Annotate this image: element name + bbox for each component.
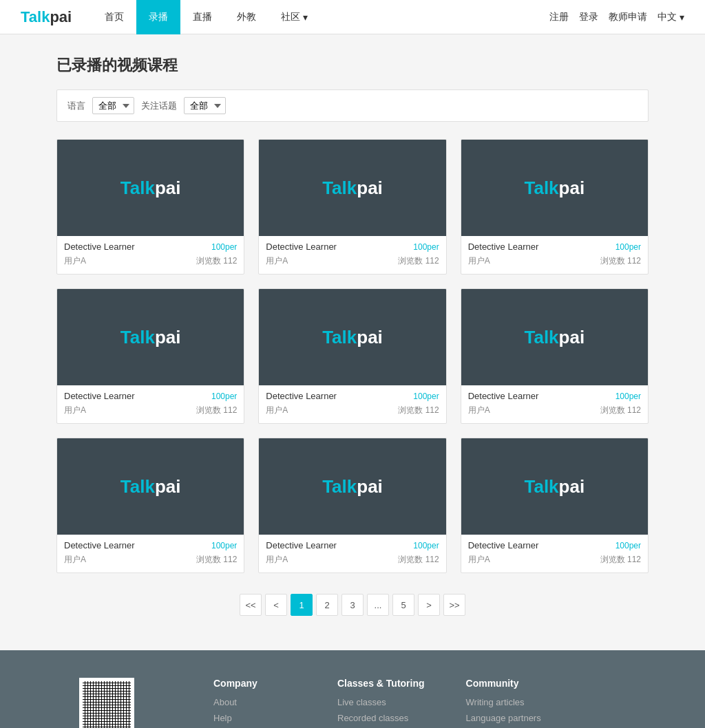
footer-writing-articles[interactable]: Writing articles [466, 697, 549, 707]
course-views: 浏览数 112 [398, 554, 439, 566]
course-meta: 用户A 浏览数 112 [468, 255, 641, 267]
pagination-next[interactable]: > [418, 594, 440, 616]
course-price: 100per [615, 242, 641, 252]
pagination-page-2[interactable]: 2 [316, 594, 338, 616]
course-meta: 用户A 浏览数 112 [64, 554, 237, 566]
course-thumbnail: Talkpai [57, 140, 244, 236]
lang-filter-select[interactable]: 全部 [92, 97, 134, 114]
register-link[interactable]: 注册 [549, 11, 569, 23]
course-title-row: Detective Learner 100per [468, 242, 641, 252]
course-grid: Talkpai Detective Learner 100per 用户A 浏览数… [56, 139, 649, 573]
course-price: 100per [615, 392, 641, 401]
course-card[interactable]: Talkpai Detective Learner 100per 用户A 浏览数… [461, 288, 649, 424]
course-card[interactable]: Talkpai Detective Learner 100per 用户A 浏览数… [258, 288, 446, 424]
footer-company-title: Company [213, 678, 296, 689]
nav-right: 注册 登录 教师申请 中文 ▾ [549, 11, 684, 23]
nav-foreign[interactable]: 外教 [224, 0, 269, 34]
logo[interactable]: Talkpai [21, 8, 72, 26]
course-meta: 用户A 浏览数 112 [64, 405, 237, 416]
course-title-row: Detective Learner 100per [266, 540, 439, 550]
course-card[interactable]: Talkpai Detective Learner 100per 用户A 浏览数… [258, 139, 446, 275]
nav-community[interactable]: 社区 ▾ [269, 0, 320, 34]
thumbnail-logo: Talkpai [322, 476, 383, 497]
course-name: Detective Learner [64, 540, 135, 550]
course-user: 用户A [64, 554, 86, 566]
logo-talk: Talk [21, 8, 50, 25]
nav-recorded[interactable]: 录播 [136, 0, 180, 34]
course-card[interactable]: Talkpai Detective Learner 100per 用户A 浏览数… [461, 438, 649, 573]
course-name: Detective Learner [468, 242, 539, 252]
footer-community-title: Community [466, 678, 549, 689]
footer-classes-col: Classes & Tutoring Live classes Recorded… [337, 678, 425, 728]
course-user: 用户A [64, 405, 86, 416]
course-thumbnail: Talkpai [259, 140, 445, 236]
course-user: 用户A [468, 405, 490, 416]
pagination-first[interactable]: << [240, 594, 262, 616]
course-meta: 用户A 浏览数 112 [468, 554, 641, 566]
chevron-down-icon: ▾ [680, 12, 684, 23]
footer-community-col: Community Writing articles Language part… [466, 678, 549, 728]
course-user: 用户A [266, 405, 288, 416]
course-thumbnail: Talkpai [461, 438, 648, 535]
login-link[interactable]: 登录 [579, 11, 598, 23]
logo-pai: pai [50, 8, 72, 25]
pagination-prev[interactable]: < [265, 594, 287, 616]
topic-filter-select[interactable]: 全部 [184, 97, 226, 114]
thumbnail-logo: Talkpai [120, 178, 181, 199]
thumbnail-logo: Talkpai [322, 178, 383, 199]
navbar: Talkpai 首页 录播 直播 外教 社区 ▾ 注册 登录 教师申请 中文 ▾ [0, 0, 705, 34]
thumbnail-logo: Talkpai [524, 178, 585, 199]
course-views: 浏览数 112 [196, 255, 237, 267]
pagination-last[interactable]: >> [443, 594, 465, 616]
course-name: Detective Learner [64, 242, 135, 252]
footer-recorded-classes[interactable]: Recorded classes [337, 713, 425, 723]
course-views: 浏览数 112 [600, 554, 641, 566]
course-meta: 用户A 浏览数 112 [64, 255, 237, 267]
teacher-apply-link[interactable]: 教师申请 [609, 11, 647, 23]
course-price: 100per [211, 392, 237, 401]
course-price: 100per [211, 541, 237, 550]
course-info: Detective Learner 100per 用户A 浏览数 112 [57, 236, 244, 274]
course-card[interactable]: Talkpai Detective Learner 100per 用户A 浏览数… [56, 139, 244, 275]
thumbnail-logo: Talkpai [524, 476, 585, 497]
course-meta: 用户A 浏览数 112 [266, 554, 439, 566]
course-views: 浏览数 112 [600, 405, 641, 416]
course-views: 浏览数 112 [600, 255, 641, 267]
footer-language-partners[interactable]: Language partners [466, 713, 549, 723]
main-content: 已录播的视频课程 语言 全部 关注话题 全部 Talkpai Detective… [43, 34, 662, 650]
course-info: Detective Learner 100per 用户A 浏览数 112 [57, 535, 244, 572]
pagination-page-5[interactable]: 5 [392, 594, 414, 616]
pagination-page-3[interactable]: 3 [341, 594, 364, 616]
nav-live[interactable]: 直播 [180, 0, 224, 34]
footer-live-classes[interactable]: Live classes [337, 697, 425, 707]
course-info: Detective Learner 100per 用户A 浏览数 112 [259, 535, 445, 572]
pagination-page-1[interactable]: 1 [291, 594, 313, 616]
course-info: Detective Learner 100per 用户A 浏览数 112 [259, 385, 445, 423]
course-card[interactable]: Talkpai Detective Learner 100per 用户A 浏览数… [258, 438, 446, 573]
course-thumbnail: Talkpai [461, 289, 648, 385]
thumbnail-logo: Talkpai [524, 327, 585, 348]
footer-about[interactable]: About [213, 697, 296, 707]
course-meta: 用户A 浏览数 112 [266, 405, 439, 416]
course-thumbnail: Talkpai [259, 438, 445, 535]
footer-company-col: Company About Help China Job Privacy Ter… [213, 678, 296, 728]
course-meta: 用户A 浏览数 112 [266, 255, 439, 267]
course-info: Detective Learner 100per 用户A 浏览数 112 [461, 236, 648, 274]
course-card[interactable]: Talkpai Detective Learner 100per 用户A 浏览数… [461, 139, 649, 275]
course-thumbnail: Talkpai [259, 289, 445, 385]
course-title-row: Detective Learner 100per [468, 540, 641, 550]
course-card[interactable]: Talkpai Detective Learner 100per 用户A 浏览数… [56, 438, 244, 573]
pagination-ellipsis: ... [367, 594, 389, 616]
course-name: Detective Learner [468, 540, 539, 550]
course-title-row: Detective Learner 100per [64, 391, 237, 401]
course-title-row: Detective Learner 100per [64, 242, 237, 252]
nav-home[interactable]: 首页 [92, 0, 136, 34]
course-name: Detective Learner [266, 242, 337, 252]
footer-help[interactable]: Help [213, 713, 296, 723]
course-user: 用户A [468, 255, 490, 267]
language-selector[interactable]: 中文 ▾ [657, 11, 684, 23]
course-user: 用户A [266, 554, 288, 566]
course-name: Detective Learner [266, 391, 337, 401]
course-views: 浏览数 112 [398, 255, 439, 267]
course-card[interactable]: Talkpai Detective Learner 100per 用户A 浏览数… [56, 288, 244, 424]
